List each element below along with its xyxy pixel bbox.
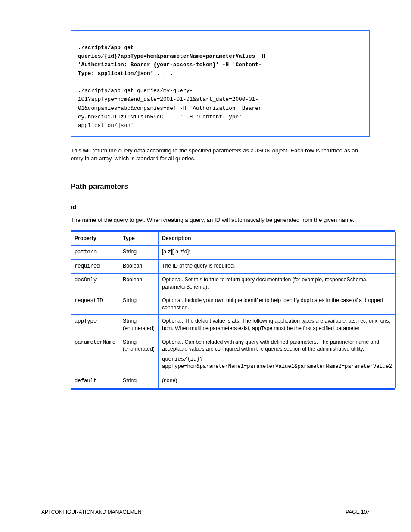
cell-type: String <box>119 294 159 315</box>
cell-property: requestID <box>71 294 119 315</box>
table-row: docOnlyBooleanOptional. Set this to true… <box>71 274 396 294</box>
cell-description: Optional. The default value is ats. The … <box>158 315 395 336</box>
cell-description: Optional. Can be included with any query… <box>158 336 395 374</box>
cell-type: Boolean <box>119 259 159 273</box>
path-parameters-table: Property Type Description patternString[… <box>71 230 396 391</box>
cell-description: Optional. Include your own unique identi… <box>158 294 395 315</box>
intro-paragraph: This will return the query data accordin… <box>71 147 370 162</box>
table-row: defaultString(none) <box>71 374 396 388</box>
code-example-box: ./scripts/app get queries/{id}?appType=h… <box>71 30 370 137</box>
cell-property: docOnly <box>71 274 119 294</box>
section-heading-path-parameters: Path parameters <box>71 182 370 192</box>
cell-type: String <box>119 246 159 259</box>
field-heading-id: id <box>71 203 370 212</box>
cell-description: Optional. Set this to true to return que… <box>158 274 395 294</box>
th-description: Description <box>158 232 395 246</box>
cell-description: (none) <box>158 374 395 388</box>
cell-property: pattern <box>71 246 119 259</box>
th-property: Property <box>71 232 119 246</box>
cell-type: Boolean <box>119 274 159 294</box>
th-type: Type <box>119 232 159 246</box>
cell-property: required <box>71 259 119 273</box>
cell-type: String (enumerated) <box>119 336 159 374</box>
footer-right: PAGE 107 <box>346 509 370 516</box>
table-row: appTypeString (enumerated)Optional. The … <box>71 315 396 336</box>
cell-property: parameterName <box>71 336 119 374</box>
cell-description: [a-z][-a-z\d]* <box>158 246 395 259</box>
cell-description: The ID of the query is required. <box>158 259 395 273</box>
cell-property: default <box>71 374 119 388</box>
page-footer: API CONFIGURATION AND MANAGEMENT PAGE 10… <box>41 509 370 516</box>
cell-type: String (enumerated) <box>119 315 159 336</box>
cell-property: appType <box>71 315 119 336</box>
table-row: patternString[a-z][-a-z\d]* <box>71 246 396 259</box>
table-row: requiredBooleanThe ID of the query is re… <box>71 259 396 273</box>
table-row: requestID StringOptional. Include your o… <box>71 294 396 315</box>
footer-left: API CONFIGURATION AND MANAGEMENT <box>41 509 145 516</box>
cell-type: String <box>119 374 159 388</box>
table-row: parameterName String (enumerated)Optiona… <box>71 336 396 374</box>
field-id-description: The name of the query to get. When creat… <box>71 216 370 224</box>
